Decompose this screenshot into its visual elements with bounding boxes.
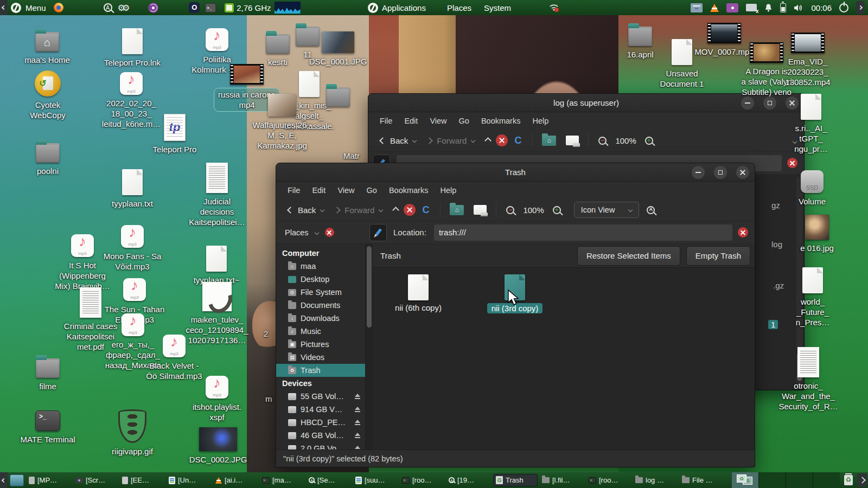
desktop-icon[interactable]: MATE Terminal [10,410,86,445]
taskbar-button[interactable]: A[19… [446,474,491,486]
desktop-icon[interactable]: s.ri.._AI_ tGPT_ ngu_pr… [778,94,844,155]
desktop-icon[interactable]: DSC_0002.JPG [183,427,253,465]
maximize-button[interactable] [714,166,727,179]
search-button[interactable]: A [647,206,655,214]
restore-selected-button[interactable]: Restore Selected Items [577,246,680,266]
panel-hide-left-button[interactable] [0,0,8,15]
desktop-icon[interactable]: otronic_ War_and_the_ Security_of_R… [770,347,846,412]
workspace-1[interactable]: ♻♻ [731,472,758,488]
home-button[interactable]: ⌂ [542,136,556,146]
trash-applet-icon[interactable]: ♻ [844,475,853,485]
taskbar-button[interactable]: >[ma… [260,474,304,486]
stop-button[interactable] [404,204,416,216]
taskbar-button[interactable]: log … [633,474,678,486]
places-menu[interactable]: Places [447,3,471,12]
menu-button[interactable]: Menu [25,3,46,12]
menu-item-edit[interactable]: Edit [398,114,424,127]
eject-icon[interactable] [355,394,360,397]
cpu-frequency[interactable]: 2,76 GHz [237,3,271,12]
menu-item-edit[interactable]: Edit [306,184,331,197]
eject-icon[interactable] [355,446,360,449]
desktop-icon[interactable]: SSDVolume [782,170,842,207]
network-signal-icon[interactable] [549,3,559,12]
empty-trash-button[interactable]: Empty Trash [686,246,750,266]
mate-menu-icon[interactable] [11,3,21,13]
taskbar-button[interactable]: [suu… [353,474,398,486]
location-input[interactable]: trash:/// [434,224,732,241]
sidebar-item-music[interactable]: ♪Music [276,325,365,338]
desktop-icon[interactable]: e 016.jpg [787,215,847,253]
desktop-icon[interactable]: Black Velvet - Öö Silmad.mp3 [138,335,210,381]
close-button[interactable] [736,166,749,179]
panel-clock[interactable]: 00:06 [811,3,832,12]
computer-button[interactable] [474,205,487,215]
desktop-icon[interactable]: Waffajuures 26 - M, S, E, Karmakaz.jpg [245,94,319,151]
taskbar-button[interactable]: [Scr… [73,474,118,486]
zoom-out-button[interactable]: − [506,206,514,214]
vlc-tray-icon[interactable] [710,4,719,12]
workspace-3[interactable] [786,472,813,488]
network-disconnected-icon[interactable] [746,4,757,11]
desktop-icon[interactable]: Ema_VID_ 20230223_ 130852.mp4 [776,33,839,88]
zoom-out-button[interactable]: − [598,137,607,145]
desktop-icon[interactable]: riigivapp.gif [99,409,166,457]
system-menu[interactable]: System [484,3,511,12]
menu-item-view[interactable]: View [424,114,452,127]
desktop-icon[interactable]: Teleport Pro [141,114,208,155]
desktop-icon[interactable]: ⌂maa's Home [14,29,81,65]
sidebar-item-trash[interactable]: ♻Trash [276,364,365,377]
firefox-launcher-icon[interactable] [54,3,63,12]
desktop-icon[interactable]: DSC_0001.JPG [303,31,373,67]
desktop-icon[interactable]: Cyotek WebCopy [14,70,81,120]
show-desktop-button[interactable] [10,474,24,486]
zoom-in-button[interactable]: + [645,137,653,145]
panel-hide-right-button[interactable] [856,1,865,14]
sidebar-item-hbcd-pe-[interactable]: HBCD_PE… [276,416,365,429]
sidebar-item-914-gb-v-[interactable]: 914 GB V… [276,403,365,416]
log-file-label[interactable]: gz [771,201,780,210]
desktop-icon[interactable]: Teleport Pro.lnk [94,28,170,68]
eject-icon[interactable] [355,433,360,436]
clear-location-button[interactable] [787,158,797,168]
panel-hide-right-button[interactable] [857,473,867,487]
workspace-switcher[interactable]: ♻♻ [731,472,840,488]
sidebar-item-desktop[interactable]: Desktop [276,273,365,286]
sidebar-item-file-system[interactable]: ◎File System [276,286,365,299]
forward-button[interactable]: Forward [329,206,388,215]
desktop-icon[interactable]: tyyplaan.txt~ [183,246,250,285]
file-manager-tray-icon[interactable] [691,3,703,12]
edit-location-toggle[interactable] [369,224,387,241]
sidebar-item-videos[interactable]: ▤Videos [276,351,365,364]
taskbar-button[interactable]: [l.fil… [540,474,584,486]
search-launcher-icon[interactable]: A [104,3,112,12]
forward-button[interactable]: Forward [422,136,480,145]
applications-menu-icon[interactable] [368,3,378,13]
back-button[interactable]: Back [375,136,422,145]
sidebar-item-pictures[interactable]: ▣Pictures [276,338,365,351]
eject-icon[interactable] [355,420,360,423]
panel-hide-left-button[interactable] [0,472,8,488]
menu-item-view[interactable]: View [331,184,360,197]
menu-item-bookmarks[interactable]: Bookmarks [383,184,435,197]
menu-item-file[interactable]: File [374,114,398,127]
sidebar-item-2-0-gb-vo[interactable]: 2.0 GB Vo [276,442,365,450]
stop-button[interactable] [496,134,508,146]
up-button[interactable] [388,208,404,213]
maximize-button[interactable] [763,97,776,110]
reload-button[interactable]: C [508,135,528,146]
desktop-icon[interactable]: world_ _Future_ n_Pres… [780,267,845,328]
clear-location-button[interactable] [738,227,748,237]
taskbar-button[interactable]: [ai.i… [213,474,258,486]
view-mode-select[interactable]: Icon View [574,202,640,218]
media-player-tray-icon[interactable] [726,3,738,12]
minimize-button[interactable] [692,166,705,179]
terminal-launcher-icon[interactable]: >_ [205,3,216,12]
sidebar-item-maa[interactable]: ⌂maa [276,260,365,273]
zoom-in-button[interactable]: + [553,206,561,214]
log-file-label[interactable]: log [771,240,782,249]
back-button[interactable]: Back [283,206,329,215]
trash-file-1[interactable]: nii (6th copy) [385,274,452,312]
desktop-icon[interactable]: Judicial decisions Kaitsepolitsei… [181,163,253,228]
workspace-2[interactable] [758,472,786,488]
sidebar-scrollbar[interactable] [365,244,373,450]
